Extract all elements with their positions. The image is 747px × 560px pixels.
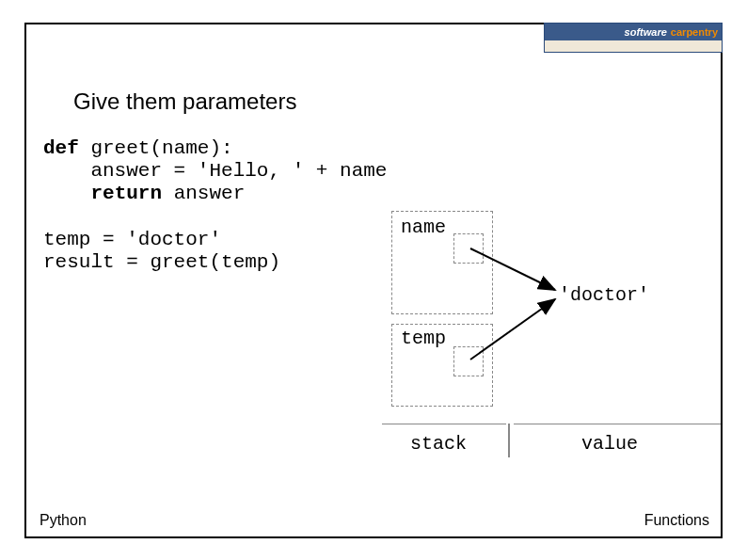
slide-frame: software carpentry Give them parameters … [24,23,723,538]
col-divider [508,424,510,457]
label-name: name [401,216,446,238]
logo-top: software carpentry [545,24,722,40]
code-block: def greet(name): answer = 'Hello, ' + na… [43,137,387,274]
footer-right: Functions [644,512,709,529]
label-temp: temp [401,328,446,349]
value-doctor: 'doctor' [559,284,649,306]
col-value-label: value [581,433,638,455]
code-l6: result = greet(temp) [43,251,280,273]
code-l3a [43,183,90,204]
kw-return: return [90,183,162,204]
slide-title: Give them parameters [73,88,296,115]
code-l1b: greet(name): [79,137,233,159]
stack-diagram: name temp 'doctor' stack value [382,205,730,469]
code-l5: temp = 'doctor' [43,229,221,250]
logo: software carpentry [544,23,723,53]
logo-carpentry: carpentry [671,26,718,38]
logo-software: software [625,26,667,38]
hr-value [514,424,721,424]
code-l2: answer = 'Hello, ' + name [43,160,387,182]
footer-left: Python [40,512,87,529]
col-stack-label: stack [410,433,467,455]
kw-def: def [43,137,79,159]
hr-stack [382,424,506,424]
var-temp-cell [453,346,484,376]
code-l3c: answer [162,183,245,204]
logo-bottom [545,40,722,52]
var-name-cell [453,233,484,264]
